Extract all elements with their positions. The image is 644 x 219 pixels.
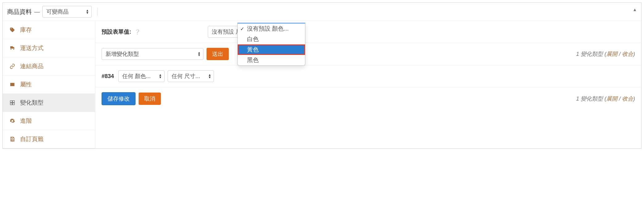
panel-title: 商品資料 bbox=[7, 8, 32, 16]
product-type-value: 可變商品 bbox=[46, 9, 69, 15]
sidebar-item-label: 變化類型 bbox=[20, 99, 44, 107]
dropdown-option-yellow[interactable]: 黃色 bbox=[238, 44, 305, 55]
vertical-divider bbox=[97, 8, 98, 16]
variation-size-value: 任何 尺寸... bbox=[172, 73, 200, 79]
add-variation-row: 新增變化類型 ▲▼ 送出 1 變化類型 (展開 / 收合) bbox=[95, 43, 641, 65]
default-color-dropdown[interactable]: 沒有預設 顏色... 白色 黃色 黑色 bbox=[237, 23, 305, 66]
help-icon[interactable]: ❔ bbox=[134, 29, 140, 35]
variation-row-834[interactable]: #834 任何 顏色... ▲▼ 任何 尺寸... ▲▼ bbox=[95, 65, 641, 87]
actions-row: 儲存修改 取消 1 變化類型 (展開 / 收合) bbox=[95, 87, 641, 110]
sidebar-item-linked[interactable]: 連結商品 bbox=[3, 57, 95, 76]
variation-summary: 1 變化類型 (展開 / 收合) bbox=[576, 50, 635, 58]
sidebar: 庫存 運送方式 連結商品 屬性 變化類型 進階 bbox=[3, 21, 95, 148]
tag-icon bbox=[10, 27, 16, 33]
select-arrows-icon: ▲▼ bbox=[198, 52, 201, 56]
sidebar-item-advanced[interactable]: 進階 bbox=[3, 112, 95, 130]
sidebar-item-label: 庫存 bbox=[20, 26, 32, 34]
default-values-row: 預設表單值: ❔ 沒有預設 尺寸... ▲▼ bbox=[95, 21, 641, 43]
product-type-select[interactable]: 可變商品 ▲▼ bbox=[42, 6, 92, 18]
sidebar-item-label: 進階 bbox=[20, 117, 32, 125]
variation-size-select[interactable]: 任何 尺寸... ▲▼ bbox=[168, 70, 214, 82]
dropdown-option-white[interactable]: 白色 bbox=[238, 34, 305, 44]
collapse-all-link[interactable]: 收合 bbox=[622, 51, 633, 57]
grid-icon bbox=[10, 100, 16, 105]
dropdown-option-black[interactable]: 黑色 bbox=[238, 55, 305, 65]
variation-id: #834 bbox=[102, 73, 114, 80]
sidebar-item-custom-tab[interactable]: 自訂頁籤 bbox=[3, 130, 95, 148]
expand-all-link[interactable]: 展開 bbox=[606, 96, 617, 102]
add-variation-value: 新增變化類型 bbox=[106, 51, 139, 57]
collapse-toggle[interactable]: ▲ bbox=[633, 7, 637, 12]
sidebar-item-label: 自訂頁籤 bbox=[20, 135, 44, 143]
truck-icon bbox=[10, 45, 16, 51]
sidebar-item-variations[interactable]: 變化類型 bbox=[3, 94, 95, 112]
dash-separator: — bbox=[34, 9, 40, 15]
submit-button[interactable]: 送出 bbox=[207, 48, 229, 60]
cancel-button[interactable]: 取消 bbox=[139, 93, 161, 105]
save-icon bbox=[10, 136, 16, 142]
dropdown-option-none[interactable]: 沒有預設 顏色... bbox=[238, 23, 305, 34]
panel-header: 商品資料 — 可變商品 ▲▼ bbox=[3, 3, 641, 21]
sidebar-item-label: 屬性 bbox=[20, 81, 32, 89]
select-arrows-icon: ▲▼ bbox=[208, 74, 211, 79]
collapse-all-link[interactable]: 收合 bbox=[622, 96, 633, 102]
link-icon bbox=[10, 64, 16, 69]
panel-body: 庫存 運送方式 連結商品 屬性 變化類型 進階 bbox=[3, 21, 641, 148]
sidebar-item-label: 連結商品 bbox=[20, 62, 44, 70]
sidebar-item-label: 運送方式 bbox=[20, 44, 44, 52]
sidebar-item-shipping[interactable]: 運送方式 bbox=[3, 39, 95, 57]
add-variation-select[interactable]: 新增變化類型 ▲▼ bbox=[102, 48, 203, 60]
select-arrows-icon: ▲▼ bbox=[86, 9, 89, 14]
sidebar-item-attributes[interactable]: 屬性 bbox=[3, 76, 95, 94]
variation-count: 1 變化類型 bbox=[576, 96, 603, 102]
gear-icon bbox=[10, 118, 16, 124]
content-area: 預設表單值: ❔ 沒有預設 尺寸... ▲▼ 沒有預設 顏色... 白色 黃色 … bbox=[95, 21, 641, 148]
variation-color-value: 任何 顏色... bbox=[122, 73, 151, 79]
sidebar-item-inventory[interactable]: 庫存 bbox=[3, 21, 95, 39]
default-values-label: 預設表單值: bbox=[102, 28, 131, 35]
product-data-panel: ▲ 商品資料 — 可變商品 ▲▼ 庫存 運送方式 連結商品 屬性 bbox=[2, 2, 642, 149]
variation-summary-bottom: 1 變化類型 (展開 / 收合) bbox=[576, 95, 635, 102]
variation-count: 1 變化類型 bbox=[576, 51, 603, 57]
id-icon bbox=[10, 82, 16, 87]
expand-all-link[interactable]: 展開 bbox=[606, 51, 617, 57]
select-arrows-icon: ▲▼ bbox=[159, 74, 162, 79]
variation-color-select[interactable]: 任何 顏色... ▲▼ bbox=[118, 70, 165, 82]
save-button[interactable]: 儲存修改 bbox=[102, 92, 136, 105]
